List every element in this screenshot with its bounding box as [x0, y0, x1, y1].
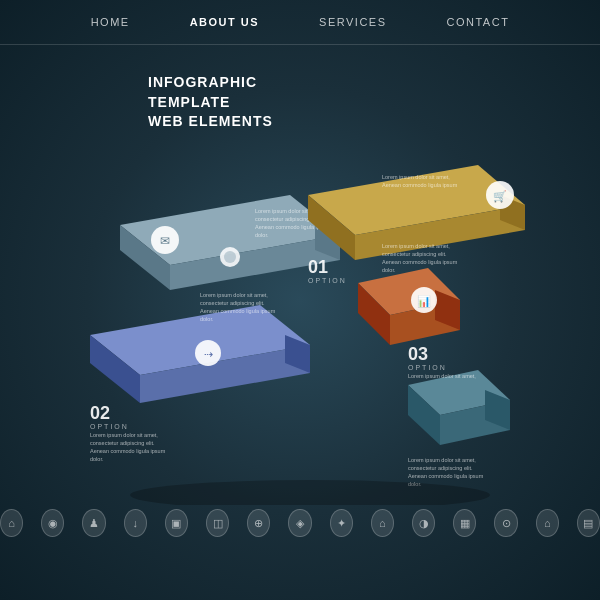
main-content: INFOGRAPHIC TEMPLATE WEB ELEMENTS ✉ Lore…	[0, 45, 600, 555]
svg-text:Aenean commodo ligula ipsum: Aenean commodo ligula ipsum	[382, 182, 458, 188]
svg-text:OPTION: OPTION	[308, 277, 347, 284]
svg-text:03: 03	[408, 344, 428, 364]
svg-text:OPTION: OPTION	[90, 423, 129, 430]
svg-text:Aenean commodo ligula ipsum: Aenean commodo ligula ipsum	[90, 448, 166, 454]
svg-text:OPTION: OPTION	[408, 364, 447, 371]
svg-text:Lorem ipsum dolor sit amet,: Lorem ipsum dolor sit amet,	[382, 174, 450, 180]
svg-text:📊: 📊	[417, 294, 431, 308]
nav-services[interactable]: SERVICES	[319, 16, 386, 28]
svg-text:dolor.: dolor.	[90, 456, 104, 462]
svg-text:consectetur adipiscing elit.: consectetur adipiscing elit.	[200, 300, 265, 306]
icon-12[interactable]: ▦	[453, 509, 476, 537]
svg-text:02: 02	[90, 403, 110, 423]
svg-text:consectetur adipiscing elit.: consectetur adipiscing elit.	[408, 465, 473, 471]
icon-3[interactable]: ♟	[82, 509, 105, 537]
svg-text:Aenean commodo ligula ipsum: Aenean commodo ligula ipsum	[200, 308, 276, 314]
icon-13[interactable]: ⊙	[494, 509, 517, 537]
svg-text:dolor.: dolor.	[382, 267, 396, 273]
svg-text:Lorem ipsum dolor sit amet,: Lorem ipsum dolor sit amet,	[408, 373, 476, 379]
svg-text:✉: ✉	[160, 234, 170, 248]
svg-text:consectetur adipiscing elit.: consectetur adipiscing elit.	[382, 251, 447, 257]
svg-text:Lorem ipsum dolor sit amet,: Lorem ipsum dolor sit amet,	[200, 292, 268, 298]
svg-text:01: 01	[308, 257, 328, 277]
icon-9[interactable]: ✦	[330, 509, 353, 537]
icon-2[interactable]: ◉	[41, 509, 64, 537]
svg-text:Lorem ipsum dolor sit amet,: Lorem ipsum dolor sit amet,	[90, 432, 158, 438]
svg-text:Lorem ipsum dolor sit amet,: Lorem ipsum dolor sit amet,	[382, 243, 450, 249]
icon-15[interactable]: ▤	[577, 509, 600, 537]
icon-11[interactable]: ◑	[412, 509, 435, 537]
icon-1[interactable]: ⌂	[0, 509, 23, 537]
bottom-icons-row: ⌂ ◉ ♟ ↓ ▣ ◫ ⊕ ◈ ✦ ⌂ ◑ ▦ ⊙ ⌂ ▤	[0, 509, 600, 537]
icon-4[interactable]: ↓	[124, 509, 147, 537]
main-nav: HOME ABOUT US SERVICES CONTACT	[0, 0, 600, 45]
nav-contact[interactable]: CONTACT	[447, 16, 510, 28]
svg-point-7	[224, 251, 236, 263]
icon-7[interactable]: ⊕	[247, 509, 270, 537]
svg-text:🛒: 🛒	[493, 189, 507, 203]
svg-point-59	[130, 480, 490, 505]
svg-text:dolor.: dolor.	[200, 316, 214, 322]
infographic-scene: ✉ Lorem ipsum dolor sit amet, consectetu…	[60, 105, 540, 505]
icon-10[interactable]: ⌂	[371, 509, 394, 537]
svg-text:Aenean commodo ligula ipsum: Aenean commodo ligula ipsum	[382, 259, 458, 265]
svg-text:Aenean commodo ligula ipsum: Aenean commodo ligula ipsum	[408, 473, 484, 479]
svg-text:⇢: ⇢	[204, 348, 213, 360]
icon-14[interactable]: ⌂	[536, 509, 559, 537]
icon-5[interactable]: ▣	[165, 509, 188, 537]
svg-text:consectetur adipiscing elit.: consectetur adipiscing elit.	[90, 440, 155, 446]
nav-about[interactable]: ABOUT US	[190, 16, 259, 28]
icon-8[interactable]: ◈	[288, 509, 311, 537]
svg-text:dolor.: dolor.	[255, 232, 269, 238]
icon-6[interactable]: ◫	[206, 509, 229, 537]
nav-home[interactable]: HOME	[91, 16, 130, 28]
svg-text:Lorem ipsum dolor sit amet,: Lorem ipsum dolor sit amet,	[408, 457, 476, 463]
